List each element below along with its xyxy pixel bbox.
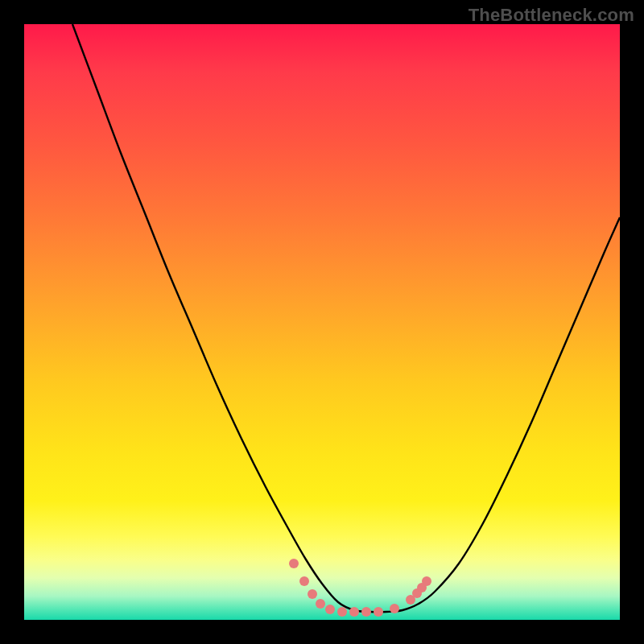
marker-dot xyxy=(374,607,383,617)
marker-dot xyxy=(299,576,309,586)
marker-dot xyxy=(390,604,399,613)
marker-dot xyxy=(316,599,325,609)
marker-group xyxy=(289,559,431,617)
plot-area xyxy=(24,24,620,620)
marker-dot xyxy=(361,607,371,617)
marker-dot xyxy=(289,559,299,568)
marker-dot xyxy=(337,607,347,617)
marker-dot xyxy=(325,605,335,614)
curve-markers xyxy=(24,24,620,620)
marker-dot xyxy=(422,576,431,586)
watermark-text: TheBottleneck.com xyxy=(469,5,634,26)
chart-frame: TheBottleneck.com xyxy=(0,0,644,644)
marker-dot xyxy=(308,589,317,599)
marker-dot xyxy=(349,607,359,617)
